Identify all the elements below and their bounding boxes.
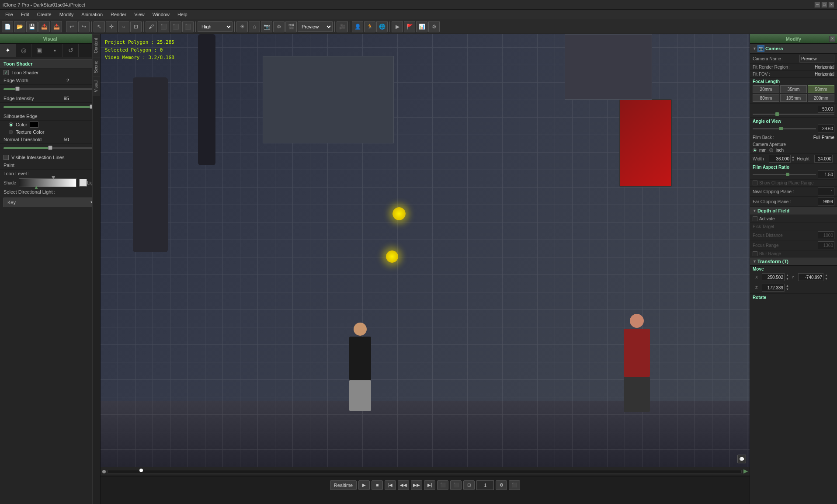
- edge-width-track[interactable]: [3, 88, 97, 90]
- timeline-track[interactable]: [108, 470, 742, 473]
- realtime-button[interactable]: Realtime: [330, 480, 357, 490]
- vtab-effects[interactable]: ✦: [0, 44, 16, 57]
- rotate-button[interactable]: ○: [118, 21, 129, 32]
- y-down[interactable]: ▼: [825, 277, 829, 281]
- x-up[interactable]: ▲: [786, 274, 790, 277]
- timeline-start[interactable]: [102, 470, 106, 473]
- camera-button[interactable]: 📷: [261, 21, 272, 32]
- focal-105[interactable]: 105mm: [780, 94, 807, 102]
- focal-value-input[interactable]: [818, 105, 834, 113]
- play-button[interactable]: ▶: [358, 480, 370, 490]
- menu-create[interactable]: Create: [34, 11, 55, 18]
- render-settings[interactable]: ⚙: [273, 21, 285, 32]
- preview-select[interactable]: Preview: [298, 21, 333, 32]
- menu-window[interactable]: Window: [149, 11, 173, 18]
- frame-input[interactable]: [476, 480, 494, 490]
- camera-collapse[interactable]: ▼: [753, 46, 757, 51]
- width-input[interactable]: [769, 155, 791, 163]
- content-tab[interactable]: Content: [93, 34, 100, 57]
- export-button[interactable]: 📤: [38, 21, 50, 32]
- move-button[interactable]: ✛: [106, 21, 117, 32]
- render2[interactable]: 🎬: [285, 21, 297, 32]
- far-clipping-input[interactable]: [818, 198, 834, 205]
- tool1[interactable]: ⬛: [158, 21, 169, 32]
- scene-tab[interactable]: Scene: [93, 57, 100, 76]
- width-down[interactable]: ▼: [792, 159, 796, 162]
- light-swatch[interactable]: [79, 179, 87, 187]
- home-button[interactable]: ⌂: [249, 21, 260, 32]
- toon-shader-section[interactable]: Toon Shader: [0, 59, 100, 69]
- menu-file[interactable]: File: [2, 11, 17, 18]
- menu-view[interactable]: View: [131, 11, 148, 18]
- select-button[interactable]: ↖: [94, 21, 105, 32]
- timeline-btn[interactable]: 📊: [416, 21, 427, 32]
- menu-help[interactable]: Help: [174, 11, 191, 18]
- normal-threshold-track[interactable]: [3, 147, 97, 149]
- redo-button[interactable]: ↪: [78, 21, 90, 32]
- vtab-lens[interactable]: ◎: [16, 44, 31, 57]
- import-button[interactable]: 📥: [51, 21, 62, 32]
- close-button[interactable]: ✕: [828, 2, 834, 8]
- anim1-btn[interactable]: ▶: [392, 21, 403, 32]
- minimize-button[interactable]: ─: [814, 2, 820, 8]
- focal-200[interactable]: 200mm: [808, 94, 834, 102]
- edge-intensity-track[interactable]: [3, 106, 97, 108]
- right-panel-close[interactable]: ✕: [829, 36, 835, 42]
- viewport-canvas[interactable]: Project Polygon : 25,285 Selected Polygo…: [101, 34, 750, 467]
- angle-slider-track[interactable]: [753, 128, 816, 129]
- aspect-slider-track[interactable]: [753, 174, 816, 175]
- vtab-layers[interactable]: ▪: [47, 44, 63, 57]
- quality-select[interactable]: High Medium Low: [198, 21, 233, 32]
- step-back[interactable]: ◀◀: [398, 480, 409, 490]
- timeline-end[interactable]: [743, 469, 748, 474]
- settings-play[interactable]: ⚙: [496, 480, 507, 490]
- paint-button[interactable]: 🖌: [146, 21, 157, 32]
- loop-button[interactable]: ⬛: [437, 480, 448, 490]
- char-btn[interactable]: 👤: [352, 21, 363, 32]
- angle-value-input[interactable]: [818, 125, 834, 132]
- z-input[interactable]: [762, 284, 785, 292]
- focal-50[interactable]: 50mm: [808, 85, 834, 93]
- menu-edit[interactable]: Edit: [17, 11, 33, 18]
- camera-name-input[interactable]: [799, 55, 834, 63]
- toon-shader-checkbox[interactable]: ✓: [3, 70, 9, 75]
- inch-radio[interactable]: [769, 148, 773, 152]
- focal-80[interactable]: 80mm: [753, 94, 779, 102]
- clipping-checkbox[interactable]: [753, 181, 757, 185]
- viewport-info-icon[interactable]: 💬: [737, 455, 746, 463]
- color-swatch[interactable]: [30, 122, 38, 128]
- flag-btn[interactable]: 🚩: [404, 21, 415, 32]
- menu-animation[interactable]: Animation: [78, 11, 106, 18]
- step-back-end[interactable]: |◀: [385, 480, 396, 490]
- tool2[interactable]: ⬛: [170, 21, 181, 32]
- vtab-refresh[interactable]: ↺: [63, 44, 79, 57]
- height-input[interactable]: [814, 155, 833, 163]
- near-clipping-input[interactable]: [818, 188, 834, 195]
- visual-tab[interactable]: Visual: [93, 76, 100, 96]
- motion-btn[interactable]: 🏃: [364, 21, 375, 32]
- stop-button[interactable]: ■: [372, 480, 383, 490]
- tool3[interactable]: ⬛: [182, 21, 194, 32]
- z-up[interactable]: ▲: [786, 284, 790, 288]
- transform-collapse[interactable]: ▼: [753, 259, 757, 264]
- width-up[interactable]: ▲: [792, 155, 796, 159]
- x-down[interactable]: ▼: [786, 277, 790, 281]
- video-btn[interactable]: 🎥: [337, 21, 348, 32]
- new-button[interactable]: 📄: [2, 21, 13, 32]
- vtab-scene[interactable]: ▣: [31, 44, 47, 57]
- activate-checkbox[interactable]: [753, 216, 757, 221]
- x-stepper[interactable]: ▲ ▼: [786, 274, 790, 281]
- step-forward[interactable]: ▶▶: [411, 480, 422, 490]
- directional-select[interactable]: Key Fill Back: [3, 198, 97, 207]
- mm-radio[interactable]: [753, 148, 757, 152]
- texture-radio[interactable]: [9, 130, 13, 134]
- world-btn[interactable]: 🌐: [376, 21, 388, 32]
- capture-button[interactable]: ⬛: [509, 480, 520, 490]
- focal-20[interactable]: 20mm: [753, 85, 779, 93]
- aspect-value-input[interactable]: [818, 170, 834, 178]
- menu-modify[interactable]: Modify: [56, 11, 77, 18]
- focal-35[interactable]: 35mm: [780, 85, 807, 93]
- x-input[interactable]: [762, 273, 785, 281]
- y-input[interactable]: [798, 273, 823, 281]
- y-stepper[interactable]: ▲ ▼: [825, 274, 829, 281]
